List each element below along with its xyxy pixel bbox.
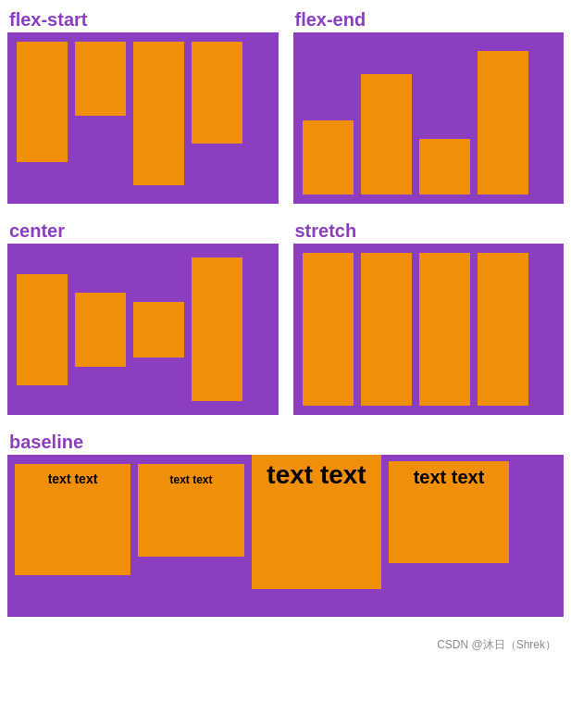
center-section: center xyxy=(7,220,279,415)
stretch-section: stretch xyxy=(293,220,565,415)
bar xyxy=(478,253,528,406)
center-label: center xyxy=(7,220,279,242)
baseline-item-1: text text xyxy=(15,464,130,575)
baseline-section: baseline text text text text text text t… xyxy=(7,432,564,617)
bar xyxy=(133,302,184,358)
bar xyxy=(17,274,68,385)
row-2: center stretch xyxy=(7,220,564,415)
bar xyxy=(192,42,242,144)
row-1: flex-start flex-end xyxy=(7,9,564,204)
baseline-box: text text text text text text text text xyxy=(7,455,564,617)
baseline-label: baseline xyxy=(7,432,564,453)
flex-start-label: flex-start xyxy=(7,9,279,31)
stretch-label: stretch xyxy=(293,220,565,242)
bar xyxy=(303,253,354,406)
bar xyxy=(75,293,126,367)
baseline-text-1: text text xyxy=(48,471,98,486)
bar xyxy=(303,120,354,195)
bar xyxy=(17,42,68,162)
baseline-item-2: text text xyxy=(138,464,244,557)
bar xyxy=(478,51,528,195)
watermark: CSDN @沐日（Shrek） xyxy=(7,634,564,653)
flex-start-section: flex-start xyxy=(7,9,279,204)
baseline-text-4: text text xyxy=(414,467,485,488)
baseline-item-4: text text xyxy=(389,461,509,563)
bar xyxy=(75,42,126,116)
bar xyxy=(361,74,412,195)
bar xyxy=(133,42,184,185)
center-box xyxy=(7,244,279,415)
flex-end-label: flex-end xyxy=(293,9,565,31)
bar xyxy=(361,253,412,406)
flex-end-section: flex-end xyxy=(293,9,565,204)
bar xyxy=(419,139,470,195)
baseline-text-2: text text xyxy=(169,473,212,486)
baseline-item-3: text text xyxy=(252,455,381,589)
stretch-box xyxy=(293,244,565,415)
bar xyxy=(192,257,242,401)
bar xyxy=(419,253,470,406)
flex-end-box xyxy=(293,32,565,204)
page-container: flex-start flex-end center xyxy=(0,0,571,662)
flex-start-box xyxy=(7,32,279,204)
baseline-text-3: text text xyxy=(267,460,366,490)
